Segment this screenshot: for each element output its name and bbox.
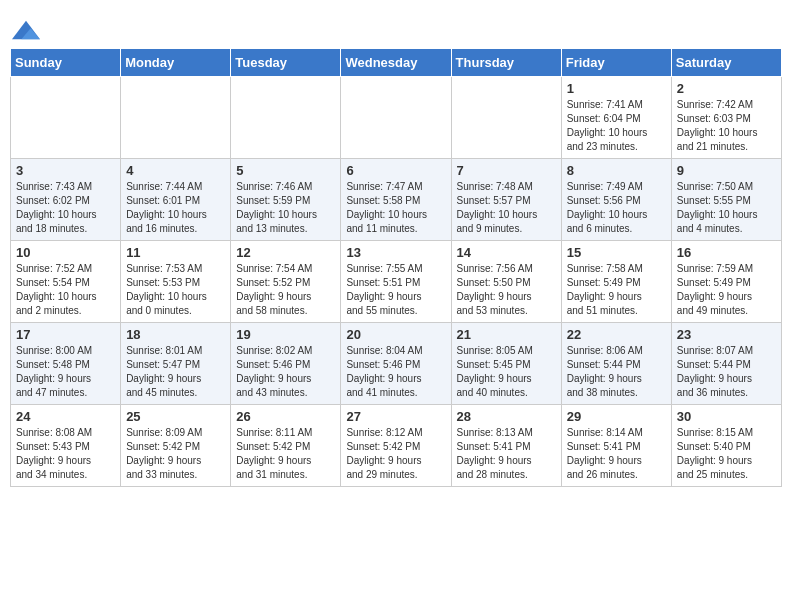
day-number: 15 [567, 245, 666, 260]
weekday-header-tuesday: Tuesday [231, 49, 341, 77]
day-info: Sunrise: 8:14 AM Sunset: 5:41 PM Dayligh… [567, 426, 666, 482]
day-number: 22 [567, 327, 666, 342]
day-number: 14 [457, 245, 556, 260]
weekday-header-monday: Monday [121, 49, 231, 77]
day-info: Sunrise: 8:02 AM Sunset: 5:46 PM Dayligh… [236, 344, 335, 400]
day-info: Sunrise: 8:07 AM Sunset: 5:44 PM Dayligh… [677, 344, 776, 400]
calendar-cell: 23Sunrise: 8:07 AM Sunset: 5:44 PM Dayli… [671, 323, 781, 405]
calendar-cell: 12Sunrise: 7:54 AM Sunset: 5:52 PM Dayli… [231, 241, 341, 323]
day-info: Sunrise: 8:09 AM Sunset: 5:42 PM Dayligh… [126, 426, 225, 482]
day-info: Sunrise: 7:59 AM Sunset: 5:49 PM Dayligh… [677, 262, 776, 318]
calendar-cell: 27Sunrise: 8:12 AM Sunset: 5:42 PM Dayli… [341, 405, 451, 487]
day-info: Sunrise: 7:44 AM Sunset: 6:01 PM Dayligh… [126, 180, 225, 236]
calendar-cell: 6Sunrise: 7:47 AM Sunset: 5:58 PM Daylig… [341, 159, 451, 241]
calendar-cell: 7Sunrise: 7:48 AM Sunset: 5:57 PM Daylig… [451, 159, 561, 241]
day-number: 7 [457, 163, 556, 178]
day-info: Sunrise: 7:50 AM Sunset: 5:55 PM Dayligh… [677, 180, 776, 236]
day-info: Sunrise: 7:41 AM Sunset: 6:04 PM Dayligh… [567, 98, 666, 154]
calendar-header-row: SundayMondayTuesdayWednesdayThursdayFrid… [11, 49, 782, 77]
day-info: Sunrise: 7:47 AM Sunset: 5:58 PM Dayligh… [346, 180, 445, 236]
calendar-week-row: 17Sunrise: 8:00 AM Sunset: 5:48 PM Dayli… [11, 323, 782, 405]
day-info: Sunrise: 7:42 AM Sunset: 6:03 PM Dayligh… [677, 98, 776, 154]
calendar-cell: 11Sunrise: 7:53 AM Sunset: 5:53 PM Dayli… [121, 241, 231, 323]
logo [10, 16, 40, 40]
day-info: Sunrise: 7:46 AM Sunset: 5:59 PM Dayligh… [236, 180, 335, 236]
day-number: 13 [346, 245, 445, 260]
logo-text [10, 16, 40, 44]
day-info: Sunrise: 7:48 AM Sunset: 5:57 PM Dayligh… [457, 180, 556, 236]
calendar-cell: 17Sunrise: 8:00 AM Sunset: 5:48 PM Dayli… [11, 323, 121, 405]
calendar-cell: 19Sunrise: 8:02 AM Sunset: 5:46 PM Dayli… [231, 323, 341, 405]
day-number: 6 [346, 163, 445, 178]
day-number: 28 [457, 409, 556, 424]
day-info: Sunrise: 8:15 AM Sunset: 5:40 PM Dayligh… [677, 426, 776, 482]
calendar-cell: 1Sunrise: 7:41 AM Sunset: 6:04 PM Daylig… [561, 77, 671, 159]
calendar-cell [451, 77, 561, 159]
day-number: 30 [677, 409, 776, 424]
calendar-cell [11, 77, 121, 159]
day-number: 3 [16, 163, 115, 178]
day-info: Sunrise: 7:58 AM Sunset: 5:49 PM Dayligh… [567, 262, 666, 318]
day-number: 8 [567, 163, 666, 178]
day-number: 16 [677, 245, 776, 260]
calendar-cell: 9Sunrise: 7:50 AM Sunset: 5:55 PM Daylig… [671, 159, 781, 241]
day-number: 17 [16, 327, 115, 342]
calendar-cell: 13Sunrise: 7:55 AM Sunset: 5:51 PM Dayli… [341, 241, 451, 323]
calendar-cell: 18Sunrise: 8:01 AM Sunset: 5:47 PM Dayli… [121, 323, 231, 405]
day-number: 2 [677, 81, 776, 96]
calendar-cell: 24Sunrise: 8:08 AM Sunset: 5:43 PM Dayli… [11, 405, 121, 487]
day-info: Sunrise: 8:13 AM Sunset: 5:41 PM Dayligh… [457, 426, 556, 482]
weekday-header-sunday: Sunday [11, 49, 121, 77]
calendar-cell: 22Sunrise: 8:06 AM Sunset: 5:44 PM Dayli… [561, 323, 671, 405]
day-number: 29 [567, 409, 666, 424]
calendar-cell [121, 77, 231, 159]
weekday-header-thursday: Thursday [451, 49, 561, 77]
day-number: 26 [236, 409, 335, 424]
calendar-week-row: 10Sunrise: 7:52 AM Sunset: 5:54 PM Dayli… [11, 241, 782, 323]
day-number: 12 [236, 245, 335, 260]
calendar-cell: 4Sunrise: 7:44 AM Sunset: 6:01 PM Daylig… [121, 159, 231, 241]
calendar-cell: 8Sunrise: 7:49 AM Sunset: 5:56 PM Daylig… [561, 159, 671, 241]
calendar-cell: 26Sunrise: 8:11 AM Sunset: 5:42 PM Dayli… [231, 405, 341, 487]
day-number: 10 [16, 245, 115, 260]
day-number: 11 [126, 245, 225, 260]
day-info: Sunrise: 8:11 AM Sunset: 5:42 PM Dayligh… [236, 426, 335, 482]
day-info: Sunrise: 8:04 AM Sunset: 5:46 PM Dayligh… [346, 344, 445, 400]
day-number: 21 [457, 327, 556, 342]
day-info: Sunrise: 8:01 AM Sunset: 5:47 PM Dayligh… [126, 344, 225, 400]
calendar-cell: 28Sunrise: 8:13 AM Sunset: 5:41 PM Dayli… [451, 405, 561, 487]
day-number: 19 [236, 327, 335, 342]
calendar-week-row: 1Sunrise: 7:41 AM Sunset: 6:04 PM Daylig… [11, 77, 782, 159]
day-number: 20 [346, 327, 445, 342]
calendar-cell: 25Sunrise: 8:09 AM Sunset: 5:42 PM Dayli… [121, 405, 231, 487]
day-number: 27 [346, 409, 445, 424]
day-info: Sunrise: 8:06 AM Sunset: 5:44 PM Dayligh… [567, 344, 666, 400]
calendar-cell: 10Sunrise: 7:52 AM Sunset: 5:54 PM Dayli… [11, 241, 121, 323]
calendar-cell: 14Sunrise: 7:56 AM Sunset: 5:50 PM Dayli… [451, 241, 561, 323]
day-number: 23 [677, 327, 776, 342]
day-number: 5 [236, 163, 335, 178]
weekday-header-saturday: Saturday [671, 49, 781, 77]
calendar-cell: 5Sunrise: 7:46 AM Sunset: 5:59 PM Daylig… [231, 159, 341, 241]
calendar-cell: 16Sunrise: 7:59 AM Sunset: 5:49 PM Dayli… [671, 241, 781, 323]
calendar-cell: 20Sunrise: 8:04 AM Sunset: 5:46 PM Dayli… [341, 323, 451, 405]
weekday-header-friday: Friday [561, 49, 671, 77]
calendar-cell: 15Sunrise: 7:58 AM Sunset: 5:49 PM Dayli… [561, 241, 671, 323]
day-info: Sunrise: 8:08 AM Sunset: 5:43 PM Dayligh… [16, 426, 115, 482]
day-info: Sunrise: 8:00 AM Sunset: 5:48 PM Dayligh… [16, 344, 115, 400]
calendar-cell [341, 77, 451, 159]
day-number: 1 [567, 81, 666, 96]
calendar-cell: 30Sunrise: 8:15 AM Sunset: 5:40 PM Dayli… [671, 405, 781, 487]
calendar-week-row: 24Sunrise: 8:08 AM Sunset: 5:43 PM Dayli… [11, 405, 782, 487]
calendar-cell [231, 77, 341, 159]
day-number: 9 [677, 163, 776, 178]
page-header [10, 10, 782, 40]
day-info: Sunrise: 8:05 AM Sunset: 5:45 PM Dayligh… [457, 344, 556, 400]
day-number: 4 [126, 163, 225, 178]
day-info: Sunrise: 7:49 AM Sunset: 5:56 PM Dayligh… [567, 180, 666, 236]
day-info: Sunrise: 7:54 AM Sunset: 5:52 PM Dayligh… [236, 262, 335, 318]
calendar-week-row: 3Sunrise: 7:43 AM Sunset: 6:02 PM Daylig… [11, 159, 782, 241]
day-info: Sunrise: 7:52 AM Sunset: 5:54 PM Dayligh… [16, 262, 115, 318]
day-number: 24 [16, 409, 115, 424]
calendar-cell: 2Sunrise: 7:42 AM Sunset: 6:03 PM Daylig… [671, 77, 781, 159]
